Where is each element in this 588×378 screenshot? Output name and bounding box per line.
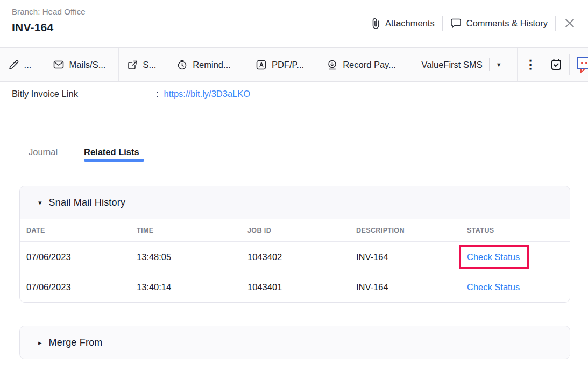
cell-status: Check Status xyxy=(461,245,570,269)
mails-sms-label: Mails/S... xyxy=(69,60,106,70)
snail-mail-table: DATE TIME JOB ID DESCRIPTION STATUS 07/0… xyxy=(20,219,570,302)
paperclip-icon xyxy=(371,18,380,29)
cell-job-id: 1043401 xyxy=(241,282,350,292)
column-header-time: TIME xyxy=(130,227,241,234)
cell-job-id: 1043402 xyxy=(241,252,350,262)
record-payment-label: Record Pay... xyxy=(343,60,396,70)
tasks-clipboard-button[interactable] xyxy=(543,48,569,81)
tab-journal[interactable]: Journal xyxy=(29,147,58,157)
download-circle-icon xyxy=(327,60,337,70)
merge-from-header[interactable]: ▸ Merge From xyxy=(20,326,570,359)
caret-down-icon: ▾ xyxy=(38,199,42,206)
chevron-down-icon[interactable]: ▼ xyxy=(496,61,502,68)
close-button[interactable] xyxy=(556,18,584,29)
share-icon xyxy=(127,60,138,70)
table-row: 07/06/2023 13:40:14 1043401 INV-164 Chec… xyxy=(20,272,570,302)
cell-time: 13:48:05 xyxy=(130,252,241,262)
tab-related-lists[interactable]: Related Lists xyxy=(84,147,139,157)
cell-date: 07/06/2023 xyxy=(20,282,130,292)
snail-mail-history-title: Snail Mail History xyxy=(49,197,126,208)
bitly-invoice-link-row: Bitly Invoice Link : https://bit.ly/3D3a… xyxy=(12,89,250,99)
reminders-label: Remind... xyxy=(193,60,231,70)
table-header-row: DATE TIME JOB ID DESCRIPTION STATUS xyxy=(20,219,570,242)
valuefirst-sms-button[interactable]: ValueFirst SMS ▼ xyxy=(406,48,518,81)
snail-mail-history-panel: ▾ Snail Mail History DATE TIME JOB ID DE… xyxy=(19,186,570,303)
more-options-button[interactable]: ⋮ xyxy=(518,48,543,81)
reminders-button[interactable]: Remind... xyxy=(165,48,243,81)
snail-mail-history-header[interactable]: ▾ Snail Mail History xyxy=(20,186,570,219)
bitly-link-colon: : xyxy=(156,89,159,99)
merge-from-panel: ▸ Merge From xyxy=(19,326,570,359)
share-button[interactable]: S... xyxy=(119,48,165,81)
highlight-annotation-box: Check Status xyxy=(459,245,529,269)
caret-right-icon: ▸ xyxy=(38,339,42,346)
active-tab-indicator xyxy=(84,159,144,162)
record-payment-button[interactable]: Record Pay... xyxy=(317,48,406,81)
cell-description: INV-164 xyxy=(350,282,461,292)
cell-time: 13:40:14 xyxy=(130,282,241,292)
column-header-status: STATUS xyxy=(461,227,570,234)
mail-icon xyxy=(53,60,64,69)
pdf-icon xyxy=(256,60,266,70)
header-actions: Attachments Comments & History xyxy=(364,14,584,32)
valuefirst-sms-label: ValueFirst SMS xyxy=(421,60,482,70)
column-header-job-id: JOB ID xyxy=(241,227,350,234)
comment-bubble-icon xyxy=(450,18,462,29)
invoice-detail-page: Branch: Head Office INV-164 Attachments xyxy=(0,0,588,378)
pencil-icon xyxy=(9,60,19,70)
action-toolbar: ... Mails/S... S... xyxy=(0,47,588,82)
header-title-block: Branch: Head Office INV-164 xyxy=(12,7,86,34)
edit-button[interactable]: ... xyxy=(0,48,40,81)
column-header-date: DATE xyxy=(20,227,130,234)
kebab-menu-icon: ⋮ xyxy=(525,59,536,71)
table-row: 07/06/2023 13:48:05 1043402 INV-164 Chec… xyxy=(20,242,570,272)
bitly-link-label: Bitly Invoice Link xyxy=(12,89,156,99)
invoice-number-title: INV-164 xyxy=(12,21,86,34)
sms-button-divider xyxy=(489,58,490,71)
comments-history-label: Comments & History xyxy=(466,18,548,29)
chat-widget-button[interactable] xyxy=(570,48,588,81)
cell-description: INV-164 xyxy=(350,252,461,262)
bitly-invoice-link[interactable]: https://bit.ly/3D3aLKO xyxy=(164,89,251,99)
edit-label: ... xyxy=(24,60,32,70)
chat-dots-icon xyxy=(576,55,588,74)
attachments-button[interactable]: Attachments xyxy=(364,18,442,29)
column-header-description: DESCRIPTION xyxy=(350,227,461,234)
pdf-print-button[interactable]: PDF/P... xyxy=(243,48,317,81)
merge-from-title: Merge From xyxy=(49,337,103,348)
check-status-link[interactable]: Check Status xyxy=(467,282,520,292)
close-icon xyxy=(564,18,575,29)
alarm-clock-icon xyxy=(177,60,187,70)
branch-label: Branch: Head Office xyxy=(12,7,86,16)
check-status-link[interactable]: Check Status xyxy=(467,252,520,262)
attachments-label: Attachments xyxy=(385,18,435,29)
comments-history-button[interactable]: Comments & History xyxy=(443,18,555,29)
cell-date: 07/06/2023 xyxy=(20,252,130,262)
pdf-print-label: PDF/P... xyxy=(272,60,304,70)
page-header: Branch: Head Office INV-164 Attachments xyxy=(0,0,588,47)
share-label: S... xyxy=(143,60,157,70)
clipboard-check-icon xyxy=(550,58,562,71)
detail-tabs: Journal Related Lists xyxy=(0,143,588,160)
mails-sms-button[interactable]: Mails/S... xyxy=(40,48,119,81)
cell-status: Check Status xyxy=(461,282,570,292)
